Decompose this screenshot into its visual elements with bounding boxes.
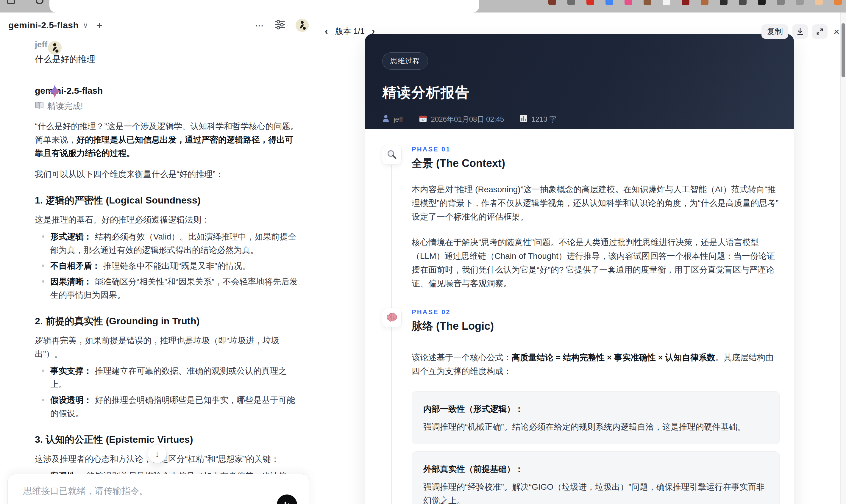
user-avatar[interactable] xyxy=(296,19,309,32)
download-button[interactable] xyxy=(792,24,808,39)
chat-scroll-area[interactable]: jeff 什么是好的推理 gemini-2.5-flash 精读完成! xyxy=(0,34,317,504)
extension-icon[interactable] xyxy=(548,0,556,5)
waveform-icon xyxy=(285,502,286,504)
phase-label: PHASE 02 xyxy=(412,308,780,316)
assistant-name: gemini-2.5-flash xyxy=(35,86,103,96)
phase-label: PHASE 01 xyxy=(412,145,780,153)
extension-icon[interactable] xyxy=(834,0,842,5)
extension-icon[interactable] xyxy=(605,0,613,5)
artifact-toolbar: 复制 × xyxy=(761,24,841,39)
bar-chart-icon xyxy=(520,114,527,124)
dimension-card: 外部真实性（前提基础）： 强调推理的“经验校准”。解决“GIGO（垃圾进，垃圾出… xyxy=(412,451,780,504)
report-badge: 思维过程 xyxy=(382,52,428,70)
card-title: 外部真实性（前提基础）： xyxy=(423,464,768,475)
scroll-to-bottom-button[interactable]: ↓ xyxy=(148,444,167,463)
phase-2: PHASE 02 脉络 (The Logic) 该论述基于一个核心公式：高质量结… xyxy=(382,308,780,504)
brain-icon xyxy=(382,308,402,327)
browser-tab[interactable] xyxy=(49,0,479,13)
magnifier-icon xyxy=(382,145,402,164)
copy-button[interactable]: 复制 xyxy=(761,24,788,39)
composer-placeholder: 思维接口已就绪，请传输指令。 xyxy=(23,485,300,497)
version-label: 版本 1/1 xyxy=(335,26,365,37)
extension-icon[interactable] xyxy=(663,0,670,5)
section-desc: 逻辑再完美，如果前提是错误的，推理也是垃圾（即“垃圾进，垃圾出”）。 xyxy=(35,334,301,361)
prev-version-button[interactable]: ‹ xyxy=(323,25,329,37)
assistant-paragraph: “什么是好的推理？”这是一个涉及逻辑学、认知科学和哲学核心的问题。简单来说，好的… xyxy=(35,120,301,160)
browser-strip xyxy=(0,0,846,13)
extension-icon[interactable] xyxy=(720,0,727,5)
list-item: 形式逻辑：结构必须有效（Valid）。比如演绎推理中，如果前提全部为真，那么通过… xyxy=(35,230,301,257)
list-item: 假设透明：好的推理会明确指明哪些是已知事实，哪些是基于可能的假设。 xyxy=(35,393,301,420)
list-item: 事实支撑：推理建立在可靠的数据、准确的观测或公认的真理之上。 xyxy=(35,364,301,391)
user-avatar xyxy=(48,41,61,55)
close-button[interactable]: × xyxy=(832,26,841,37)
scrollbar-thumb[interactable] xyxy=(842,23,845,77)
section-title: 2. 前提的真实性 (Grounding in Truth) xyxy=(35,315,301,328)
settings-sliders-icon[interactable] xyxy=(275,20,285,31)
extension-icon[interactable] xyxy=(758,0,765,5)
extension-icon[interactable] xyxy=(796,0,804,5)
extension-icon[interactable] xyxy=(815,0,823,5)
status-row: 精读完成! xyxy=(35,101,301,112)
extension-icon[interactable] xyxy=(739,0,746,5)
calendar-icon: 17 xyxy=(419,114,427,124)
card-text: 强调推理的“机械正确”。结论必须在给定的规则系统内逻辑自洽，这是推理的硬件基础。 xyxy=(423,420,768,434)
report-header: 思维过程 精读分析报告 jeff 17 2026年01月08日 02:45 12… xyxy=(365,34,794,129)
message-author: jeff xyxy=(35,40,301,49)
browser-glyph xyxy=(7,0,15,4)
section-bullets: 形式逻辑：结构必须有效（Valid）。比如演绎推理中，如果前提全部为真，那么通过… xyxy=(35,230,301,302)
message-composer[interactable]: 思维接口已就绪，请传输指令。 + xyxy=(7,474,309,504)
chat-panel: gemini-2.5-flash ∨ + ⋯ xyxy=(0,13,317,504)
extension-icon[interactable] xyxy=(701,0,708,5)
dimension-cards: 内部一致性（形式逻辑）： 强调推理的“机械正确”。结论必须在给定的规则系统内逻辑… xyxy=(412,391,780,504)
report-date: 2026年01月08日 02:45 xyxy=(431,114,504,124)
extension-icon[interactable] xyxy=(586,0,594,5)
list-item: 因果清晰：能准确区分“相关性”和“因果关系”，不会轻率地将先后发生的事情归为因果… xyxy=(35,275,301,302)
extension-icon[interactable] xyxy=(682,0,689,5)
assistant-paragraph: 我们可以从以下四个维度来衡量什么是“好的推理”： xyxy=(35,167,301,181)
phase-title: 全景 (The Context) xyxy=(412,156,780,171)
report-word-count: 1213 字 xyxy=(531,114,557,124)
arrow-down-icon: ↓ xyxy=(155,448,160,460)
section-desc: 这涉及推理者的心态和方法论，也是区分“杠精”和“思想家”的关键： xyxy=(35,452,301,466)
chevron-down-icon[interactable]: ∨ xyxy=(83,21,88,30)
extension-icons xyxy=(548,0,842,5)
phase-title: 脉络 (The Logic) xyxy=(412,319,780,334)
report-card: 思维过程 精读分析报告 jeff 17 2026年01月08日 02:45 12… xyxy=(365,34,794,504)
report-meta: jeff 17 2026年01月08日 02:45 1213 字 xyxy=(382,114,777,124)
extension-icon[interactable] xyxy=(644,0,651,5)
artifact-panel: ‹ 版本 1/1 › 复制 × 思维过程 精读分析报告 jef xyxy=(318,13,846,504)
svg-text:17: 17 xyxy=(421,119,425,122)
section-title: 1. 逻辑的严密性 (Logical Soundness) xyxy=(35,194,301,207)
report-title: 精读分析报告 xyxy=(382,83,777,102)
scrollbar-track[interactable] xyxy=(840,13,846,504)
status-text: 精读完成! xyxy=(47,101,83,112)
extension-icon[interactable] xyxy=(624,0,632,5)
card-title: 内部一致性（形式逻辑）： xyxy=(423,403,768,415)
list-item: 不自相矛盾：推理链条中不能出现“既是又非”的情况。 xyxy=(35,259,301,272)
user-icon xyxy=(382,114,389,124)
report-body: PHASE 01 全景 (The Context) 本内容是对“推理 (Reas… xyxy=(365,129,794,504)
more-menu-button[interactable]: ⋯ xyxy=(255,20,265,31)
dimension-card: 内部一致性（形式逻辑）： 强调推理的“机械正确”。结论必须在给定的规则系统内逻辑… xyxy=(412,391,780,444)
book-icon xyxy=(35,102,44,111)
section-desc: 这是推理的基石。好的推理必须遵循逻辑法则： xyxy=(35,213,301,227)
phase-paragraph: 本内容是对“推理 (Reasoning)”这一抽象概念的高层建模。在知识爆炸与人… xyxy=(412,183,780,224)
card-text: 强调推理的“经验校准”。解决“GIGO（垃圾进，垃圾出）”问题，确保推理引擎运行… xyxy=(423,480,768,504)
section-title: 3. 认知的公正性 (Epistemic Virtues) xyxy=(35,433,301,446)
new-chat-button[interactable]: + xyxy=(96,20,102,31)
section-bullets: 事实支撑：推理建立在可靠的数据、准确的观测或公认的真理之上。 假设透明：好的推理… xyxy=(35,364,301,420)
phase-paragraph: 核心情境在于解决“思考的随意性”问题。不论是人类通过批判性思维进行决策，还是大语… xyxy=(412,236,780,290)
expand-button[interactable] xyxy=(812,24,828,39)
user-message-text: 什么是好的推理 xyxy=(35,54,301,66)
gemini-star-icon xyxy=(48,85,61,98)
model-selector[interactable]: gemini-2.5-flash xyxy=(8,20,78,30)
browser-glyph xyxy=(36,0,43,4)
report-author: jeff xyxy=(393,115,403,124)
phase-1: PHASE 01 全景 (The Context) 本内容是对“推理 (Reas… xyxy=(382,145,780,290)
extension-icon[interactable] xyxy=(567,0,575,5)
chat-header: gemini-2.5-flash ∨ + ⋯ xyxy=(0,17,317,34)
phase-paragraph: 该论述基于一个核心公式：高质量结论 = 结构完整性 × 事实准确性 × 认知自律… xyxy=(412,351,780,378)
extension-icon[interactable] xyxy=(777,0,785,5)
